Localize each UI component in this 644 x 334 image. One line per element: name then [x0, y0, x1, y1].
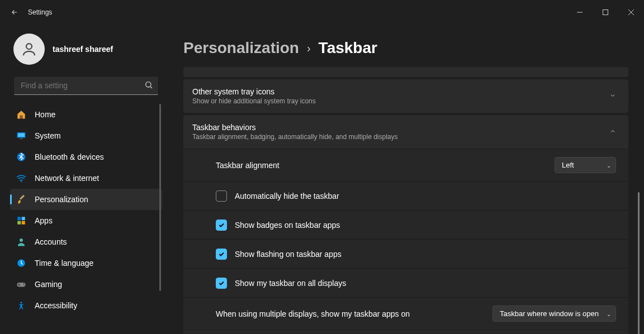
- minimize-icon: [577, 9, 583, 15]
- svg-rect-7: [20, 116, 23, 119]
- nav-label: Time & language: [35, 259, 93, 268]
- wifi-icon: [16, 173, 27, 184]
- row-multi-displays: When using multiple displays, show my ta…: [183, 297, 628, 330]
- breadcrumb: Personalization › Taskbar: [183, 39, 628, 57]
- auto-hide-label: Automatically hide the taskbar: [235, 192, 616, 201]
- search-container: [13, 76, 159, 95]
- svg-rect-14: [22, 217, 25, 220]
- nav-label: Accessibility: [35, 301, 77, 310]
- nav-system[interactable]: System: [10, 125, 162, 146]
- badges-label: Show badges on taskbar apps: [235, 221, 616, 230]
- nav-bluetooth[interactable]: Bluetooth & devices: [10, 146, 162, 168]
- clock-icon: [16, 257, 27, 269]
- arrow-left-icon: [11, 8, 18, 16]
- nav-label: Personalization: [35, 195, 88, 204]
- close-icon: [628, 9, 634, 15]
- accessibility-icon: [16, 300, 27, 311]
- system-icon: [16, 130, 27, 141]
- nav-label: Network & internet: [35, 174, 99, 183]
- checkbox-all-displays[interactable]: [216, 278, 227, 289]
- row-auto-hide: Automatically hide the taskbar: [183, 181, 628, 210]
- svg-point-17: [20, 238, 23, 242]
- window-title: Settings: [28, 8, 52, 16]
- nav-label: Accounts: [35, 237, 67, 246]
- svg-rect-15: [17, 221, 21, 225]
- content-scrollbar[interactable]: [638, 192, 640, 334]
- section-title: Other system tray icons: [192, 87, 609, 96]
- nav-label: Home: [35, 110, 55, 119]
- brush-icon: [16, 194, 27, 205]
- row-badges: Show badges on taskbar apps: [183, 210, 628, 239]
- close-button[interactable]: [618, 3, 644, 21]
- avatar: [13, 34, 45, 65]
- nav-home[interactable]: Home: [10, 104, 162, 125]
- multi-value: Taskbar where window is open: [500, 309, 599, 318]
- minimize-button[interactable]: [567, 3, 593, 21]
- svg-point-5: [146, 82, 151, 87]
- section-subtitle: Show or hide additional system tray icon…: [192, 97, 609, 105]
- nav-network[interactable]: Network & internet: [10, 168, 162, 189]
- section-subtitle: Taskbar alignment, badging, automaticall…: [192, 133, 609, 141]
- svg-rect-10: [20, 139, 23, 139]
- checkbox-badges[interactable]: [216, 220, 227, 231]
- section-title: Taskbar behaviors: [192, 123, 609, 132]
- chevron-up-icon: [609, 127, 616, 137]
- svg-line-6: [150, 87, 152, 88]
- multi-label: When using multiple displays, show my ta…: [216, 309, 493, 318]
- all-displays-label: Show my taskbar on all displays: [235, 279, 616, 288]
- multi-select[interactable]: Taskbar where window is open ⌄: [493, 306, 616, 322]
- nav-label: Apps: [35, 216, 53, 225]
- sidebar-scrollbar[interactable]: [159, 104, 161, 291]
- checkbox-auto-hide[interactable]: [216, 190, 227, 202]
- alignment-value: Left: [562, 161, 574, 169]
- checkbox-flashing[interactable]: [216, 249, 227, 260]
- bluetooth-icon: [16, 151, 27, 163]
- back-button[interactable]: [6, 3, 23, 21]
- gaming-icon: [16, 279, 27, 290]
- svg-point-4: [26, 44, 32, 49]
- svg-rect-1: [603, 10, 608, 15]
- nav-apps[interactable]: Apps: [10, 210, 162, 231]
- svg-point-12: [21, 181, 22, 182]
- nav-label: System: [35, 131, 61, 140]
- breadcrumb-parent[interactable]: Personalization: [183, 39, 299, 57]
- alignment-select[interactable]: Left ⌄: [555, 157, 616, 173]
- row-all-displays: Show my taskbar on all displays: [183, 268, 628, 297]
- chevron-right-icon: ›: [307, 42, 311, 55]
- nav-label: Bluetooth & devices: [35, 152, 104, 161]
- user-profile[interactable]: tashreef shareef: [10, 29, 162, 76]
- svg-point-20: [23, 283, 24, 284]
- nav-accounts[interactable]: Accounts: [10, 231, 162, 252]
- nav-time[interactable]: Time & language: [10, 252, 162, 274]
- nav-gaming[interactable]: Gaming: [10, 274, 162, 295]
- row-flashing: Show flashing on taskbar apps: [183, 239, 628, 268]
- svg-rect-9: [18, 133, 25, 137]
- nav-label: Gaming: [35, 280, 62, 289]
- row-taskbar-alignment: Taskbar alignment Left ⌄: [183, 149, 628, 181]
- alignment-label: Taskbar alignment: [216, 161, 555, 170]
- chevron-down-icon: ⌄: [607, 162, 611, 168]
- nav: Home System Bluetooth & devices Network …: [10, 104, 162, 316]
- flashing-label: Show flashing on taskbar apps: [235, 250, 616, 259]
- expander-other-tray[interactable]: Other system tray icons Show or hide add…: [183, 79, 628, 113]
- svg-rect-13: [17, 217, 21, 220]
- maximize-icon: [603, 9, 608, 15]
- search-input[interactable]: [13, 76, 159, 95]
- apps-icon: [16, 215, 27, 226]
- chevron-down-icon: ⌄: [607, 311, 611, 317]
- svg-point-21: [23, 285, 25, 286]
- svg-rect-16: [22, 221, 25, 225]
- expander-taskbar-behaviors[interactable]: Taskbar behaviors Taskbar alignment, bad…: [183, 115, 628, 149]
- search-icon: [144, 80, 153, 92]
- maximize-button[interactable]: [593, 3, 618, 21]
- account-icon: [16, 236, 27, 247]
- nav-accessibility[interactable]: Accessibility: [10, 295, 162, 316]
- chevron-down-icon: [609, 91, 616, 101]
- card-cutoff-top: [183, 67, 628, 77]
- person-icon: [21, 41, 37, 58]
- breadcrumb-current: Taskbar: [319, 39, 377, 57]
- home-icon: [16, 109, 27, 120]
- user-name: tashreef shareef: [53, 45, 113, 54]
- nav-personalization[interactable]: Personalization: [10, 189, 162, 210]
- row-share-window: Share any window from my taskbar: [183, 330, 628, 334]
